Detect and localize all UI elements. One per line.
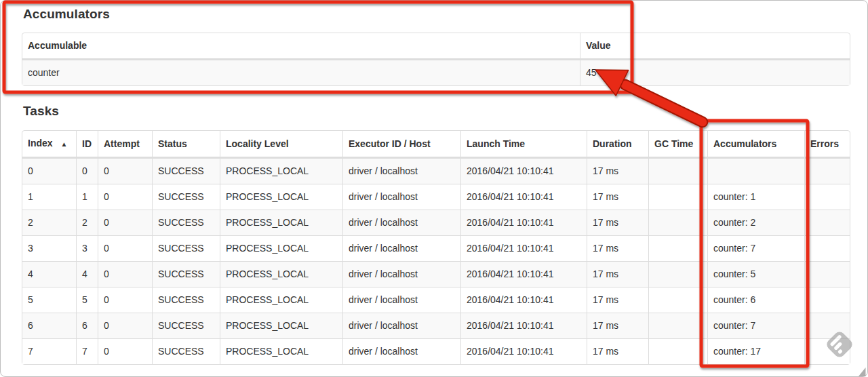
task-row: 4 4 0 SUCCESS PROCESS_LOCAL driver / loc… bbox=[22, 261, 850, 287]
task-cell-errors bbox=[804, 158, 850, 184]
task-cell-launch: 2016/04/21 10:10:41 bbox=[460, 261, 587, 287]
task-cell-accumulators: counter: 17 bbox=[707, 338, 804, 364]
accumulators-table: Accumulable Value counter 45 bbox=[22, 33, 850, 86]
task-cell-executor: driver / localhost bbox=[342, 313, 460, 338]
task-cell-attempt: 0 bbox=[98, 313, 152, 338]
task-cell-errors bbox=[804, 184, 850, 210]
accumulable-value-cell: 45 bbox=[580, 60, 850, 85]
task-cell-gc bbox=[648, 313, 707, 338]
task-cell-index: 2 bbox=[22, 210, 76, 235]
task-cell-duration: 17 ms bbox=[587, 210, 648, 235]
task-cell-launch: 2016/04/21 10:10:41 bbox=[460, 210, 587, 235]
task-row: 5 5 0 SUCCESS PROCESS_LOCAL driver / loc… bbox=[22, 287, 850, 313]
task-cell-id: 6 bbox=[76, 313, 98, 338]
task-cell-status: SUCCESS bbox=[152, 184, 220, 210]
task-cell-locality: PROCESS_LOCAL bbox=[220, 210, 342, 235]
task-cell-index: 5 bbox=[22, 287, 76, 313]
task-cell-duration: 17 ms bbox=[587, 338, 648, 364]
task-cell-status: SUCCESS bbox=[152, 235, 220, 261]
task-row: 2 2 0 SUCCESS PROCESS_LOCAL driver / loc… bbox=[22, 210, 850, 235]
task-cell-locality: PROCESS_LOCAL bbox=[220, 313, 342, 338]
task-cell-status: SUCCESS bbox=[152, 158, 220, 184]
task-cell-id: 3 bbox=[76, 235, 98, 261]
accumulable-column-header[interactable]: Accumulable bbox=[22, 33, 580, 60]
task-cell-gc bbox=[648, 158, 707, 184]
task-cell-accumulators: counter: 2 bbox=[707, 210, 804, 235]
task-cell-attempt: 0 bbox=[98, 184, 152, 210]
task-cell-launch: 2016/04/21 10:10:41 bbox=[460, 158, 587, 184]
task-cell-attempt: 0 bbox=[98, 235, 152, 261]
task-cell-launch: 2016/04/21 10:10:41 bbox=[460, 287, 587, 313]
task-cell-gc bbox=[648, 287, 707, 313]
gc-time-column-header[interactable]: GC Time bbox=[648, 131, 707, 158]
task-cell-executor: driver / localhost bbox=[342, 158, 460, 184]
attempt-column-header[interactable]: Attempt bbox=[98, 131, 152, 158]
task-cell-duration: 17 ms bbox=[587, 313, 648, 338]
task-cell-status: SUCCESS bbox=[152, 210, 220, 235]
accumulable-name-cell: counter bbox=[22, 60, 580, 85]
duration-column-header[interactable]: Duration bbox=[587, 131, 648, 158]
accumulators-section-heading: Accumulators bbox=[23, 7, 110, 22]
task-cell-gc bbox=[648, 210, 707, 235]
task-cell-errors bbox=[804, 210, 850, 235]
executor-id-host-column-header[interactable]: Executor ID / Host bbox=[342, 131, 460, 158]
tasks-table: Index▲ ID Attempt Status Locality Level … bbox=[22, 130, 850, 365]
task-cell-launch: 2016/04/21 10:10:41 bbox=[460, 313, 587, 338]
task-cell-id: 2 bbox=[76, 210, 98, 235]
task-cell-locality: PROCESS_LOCAL bbox=[220, 287, 342, 313]
task-cell-executor: driver / localhost bbox=[342, 287, 460, 313]
task-cell-locality: PROCESS_LOCAL bbox=[220, 261, 342, 287]
task-cell-executor: driver / localhost bbox=[342, 235, 460, 261]
task-cell-index: 7 bbox=[22, 338, 76, 364]
task-cell-errors bbox=[804, 287, 850, 313]
task-cell-executor: driver / localhost bbox=[342, 210, 460, 235]
task-cell-executor: driver / localhost bbox=[342, 338, 460, 364]
spark-ui-stage-page: Accumulators Accumulable Value counter 4… bbox=[0, 0, 868, 377]
accumulators-header-row: Accumulable Value bbox=[22, 33, 850, 60]
accumulator-row: counter 45 bbox=[22, 60, 850, 85]
task-cell-id: 1 bbox=[76, 184, 98, 210]
task-cell-accumulators: counter: 1 bbox=[707, 184, 804, 210]
task-cell-locality: PROCESS_LOCAL bbox=[220, 184, 342, 210]
id-column-header[interactable]: ID bbox=[76, 131, 98, 158]
value-column-header[interactable]: Value bbox=[580, 33, 850, 60]
accumulators-column-header[interactable]: Accumulators bbox=[707, 131, 804, 158]
task-cell-accumulators: counter: 6 bbox=[707, 287, 804, 313]
index-header-label: Index bbox=[28, 138, 53, 148]
task-cell-attempt: 0 bbox=[98, 158, 152, 184]
tasks-section-heading: Tasks bbox=[23, 104, 59, 119]
task-row: 1 1 0 SUCCESS PROCESS_LOCAL driver / loc… bbox=[22, 184, 850, 210]
task-row: 7 7 0 SUCCESS PROCESS_LOCAL driver / loc… bbox=[22, 338, 850, 364]
task-cell-index: 0 bbox=[22, 158, 76, 184]
task-cell-accumulators: counter: 5 bbox=[707, 261, 804, 287]
errors-column-header[interactable]: Errors bbox=[804, 131, 850, 158]
task-cell-errors bbox=[804, 261, 850, 287]
task-cell-attempt: 0 bbox=[98, 210, 152, 235]
task-cell-locality: PROCESS_LOCAL bbox=[220, 158, 342, 184]
task-cell-launch: 2016/04/21 10:10:41 bbox=[460, 235, 587, 261]
task-cell-gc bbox=[648, 184, 707, 210]
task-cell-errors bbox=[804, 235, 850, 261]
task-cell-index: 1 bbox=[22, 184, 76, 210]
task-cell-gc bbox=[648, 338, 707, 364]
task-cell-id: 4 bbox=[76, 261, 98, 287]
task-cell-accumulators: counter: 7 bbox=[707, 235, 804, 261]
task-cell-index: 4 bbox=[22, 261, 76, 287]
launch-time-column-header[interactable]: Launch Time bbox=[460, 131, 587, 158]
task-cell-status: SUCCESS bbox=[152, 313, 220, 338]
task-cell-locality: PROCESS_LOCAL bbox=[220, 235, 342, 261]
task-cell-attempt: 0 bbox=[98, 261, 152, 287]
task-cell-accumulators: counter: 7 bbox=[707, 313, 804, 338]
task-cell-duration: 17 ms bbox=[587, 235, 648, 261]
index-column-header[interactable]: Index▲ bbox=[22, 131, 76, 158]
task-cell-attempt: 0 bbox=[98, 287, 152, 313]
task-cell-status: SUCCESS bbox=[152, 287, 220, 313]
task-cell-duration: 17 ms bbox=[587, 158, 648, 184]
task-cell-duration: 17 ms bbox=[587, 287, 648, 313]
locality-level-column-header[interactable]: Locality Level bbox=[220, 131, 342, 158]
status-column-header[interactable]: Status bbox=[152, 131, 220, 158]
task-cell-duration: 17 ms bbox=[587, 261, 648, 287]
task-cell-executor: driver / localhost bbox=[342, 261, 460, 287]
task-cell-status: SUCCESS bbox=[152, 261, 220, 287]
task-cell-status: SUCCESS bbox=[152, 338, 220, 364]
